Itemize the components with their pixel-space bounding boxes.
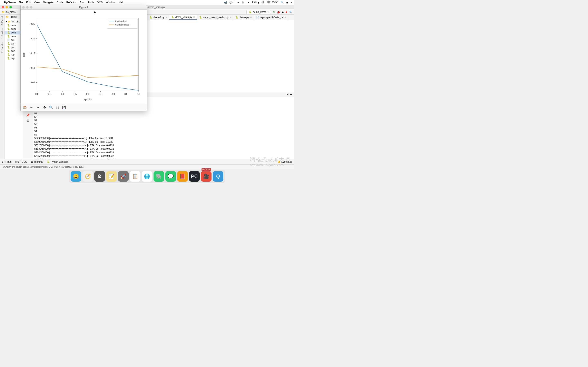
run-config-selector[interactable]: 🐍 demo_keras ▾ [246,10,271,14]
run-settings-icon[interactable]: ⚙ [287,93,289,96]
window-minimize-button[interactable] [6,6,8,8]
tab-demo-keras[interactable]: 🐍 demo_keras.py✕ [169,15,197,20]
tab-demo2[interactable]: 🐍 demo2.py✕ [147,15,169,20]
tab-demo[interactable]: 🐍 demo.py✕ [233,15,254,20]
battery-status[interactable]: 93% ▮ [252,1,259,4]
status-bar: PyCharm and plugin updates available: Pl… [0,164,294,169]
subplots-icon[interactable]: ☷ [54,105,61,110]
breadcrumb[interactable]: 📁 iris_class 〉 [2,10,19,14]
zoom-icon[interactable]: 🔍 [48,105,54,110]
dock-safari[interactable]: 🧭 [82,171,93,182]
bottom-tool-tabs: ▶ 4: Run ≡ 6: TODO ▣ Terminal 🐍 Python C… [0,159,294,164]
pan-icon[interactable]: ✥ [42,105,48,110]
tree-file-selected[interactable]: 🐍 dem [4,31,23,34]
dock-pycharm[interactable]: PC [189,171,200,182]
menu-navigate[interactable]: Navigate [43,1,53,4]
menu-help[interactable]: Help [119,1,124,4]
menu-run[interactable]: Run [80,1,85,4]
dock-reminders[interactable]: 📋 [130,171,140,182]
run-hide-icon[interactable]: — [290,93,292,96]
figure-minimize-button[interactable] [26,6,29,8]
tab-python-console[interactable]: 🐍 Python Console [47,160,68,163]
close-icon[interactable]: ✕ [193,16,195,18]
svg-text:3.5: 3.5 [124,93,127,95]
trash-icon[interactable]: 🗑 [26,119,29,122]
tab-terminal[interactable]: ▣ Terminal [31,160,43,163]
svg-text:0.15: 0.15 [30,52,35,54]
search-everywhere-icon[interactable]: 🔍 [289,10,292,14]
dock-evernote[interactable]: 🐘 [154,171,164,182]
window-close-button[interactable] [2,6,4,8]
menu-view[interactable]: View [34,1,40,4]
dock-chrome[interactable]: 🌐 [142,171,152,182]
close-icon[interactable]: ✕ [285,16,286,18]
dock-quicktime[interactable]: Q [213,171,223,182]
tree-file[interactable]: 🐍 part [4,42,23,45]
dock-foxit[interactable]: 📕 [177,171,188,182]
project-panel-header[interactable]: 📁 Project [4,15,23,19]
project-root[interactable]: ▾ 📁 iris_cl... [4,20,23,24]
tab-todo[interactable]: ≡ 6: TODO [15,160,27,163]
app-name[interactable]: PyCharm [4,1,16,4]
dock-finder[interactable]: 😀 [71,171,81,182]
debug-button-icon[interactable]: 🐞 [277,10,280,14]
wechat-status-icon[interactable]: 💬 1 [229,1,234,4]
dock-launchpad[interactable]: 🚀 [118,171,129,182]
tree-file[interactable]: 🐍 dem [4,24,23,27]
tab-report[interactable]: 📄 report-part3-Delta_Le✕ [254,15,288,20]
tree-file[interactable]: 🐍 part [4,45,23,49]
dock-recorder[interactable]: 00:00:59🎥 [201,171,212,182]
figure-canvas[interactable]: 0.00.51.01.52.02.53.03.54.00.050.100.150… [21,9,147,104]
pin-icon[interactable]: 📌 [26,114,30,117]
home-icon[interactable]: 🏠 [22,105,28,110]
dock-wechat[interactable]: 💬 [165,171,176,182]
run-button-icon[interactable]: ↻ [273,10,275,14]
structure-tool-tab[interactable]: 7: Structure [1,26,4,40]
tree-file[interactable]: 🐍 part [4,49,23,53]
menu-edit[interactable]: Edit [26,1,31,4]
menu-code[interactable]: Code [57,1,63,4]
tree-file[interactable]: 🐍 dem [4,27,23,31]
tab-demo-keras-predict[interactable]: 🐍 demo_keras_predict.py✕ [197,15,233,20]
event-log-tab[interactable]: 🔔 Event Log [277,160,292,163]
close-icon[interactable]: ✕ [229,16,231,18]
wifi-icon[interactable]: ▲ [247,1,250,4]
siri-icon[interactable]: ◉ [286,1,288,4]
dock-settings[interactable]: ⚙ [94,171,105,182]
tree-file[interactable]: 📄 net [4,38,23,42]
forward-icon[interactable]: → [35,105,41,110]
menu-tools[interactable]: Tools [88,1,94,4]
menu-vcs[interactable]: VCS [97,1,103,4]
clock[interactable]: 周日 19:56 [267,1,278,4]
notification-center-icon[interactable]: ≡ [291,1,292,4]
svg-text:2.0: 2.0 [86,93,89,95]
input-method-icon[interactable]: 拼 [261,1,264,4]
figure-title: Figure 1 [79,6,88,9]
back-icon[interactable]: ← [28,105,35,110]
menu-refactor[interactable]: Refactor [66,1,76,4]
figure-zoom-button[interactable] [30,6,33,8]
figure-titlebar[interactable]: Figure 1 [21,5,147,9]
dock-notes[interactable]: 📝 [106,171,117,182]
svg-text:0.05: 0.05 [30,81,35,83]
project-tool-tab[interactable]: 1: Project [1,15,4,26]
run-with-coverage-icon[interactable]: ▶ [282,10,284,14]
menu-window[interactable]: Window [106,1,115,4]
menu-file[interactable]: File [18,1,23,4]
project-tool-window: 📁 Project ▾ 📁 iris_cl... 🐍 dem 🐍 dem 🐍 d… [4,15,23,159]
window-zoom-button[interactable] [9,6,12,8]
close-icon[interactable]: ✕ [250,16,252,18]
sync-icon[interactable]: ⟳ [237,1,239,4]
tab-run[interactable]: ▶ 4: Run [2,160,11,163]
spotlight-icon[interactable]: 🔍 [281,1,284,4]
close-icon[interactable]: ✕ [165,16,167,18]
favorites-tool-tab[interactable]: 2: Favorites [1,40,4,54]
tree-file[interactable]: 🐍 rep [4,53,23,57]
save-icon[interactable]: 💾 [61,105,67,110]
tree-file[interactable]: 🐍 dem [4,34,23,38]
stop-button-icon[interactable]: ■ [286,10,287,14]
figure-close-button[interactable] [22,6,25,8]
tree-file[interactable]: 🐍 rep [4,57,23,60]
facetime-icon[interactable]: 📹 [224,1,227,4]
evernote-icon[interactable]: 🐘 [242,1,245,4]
